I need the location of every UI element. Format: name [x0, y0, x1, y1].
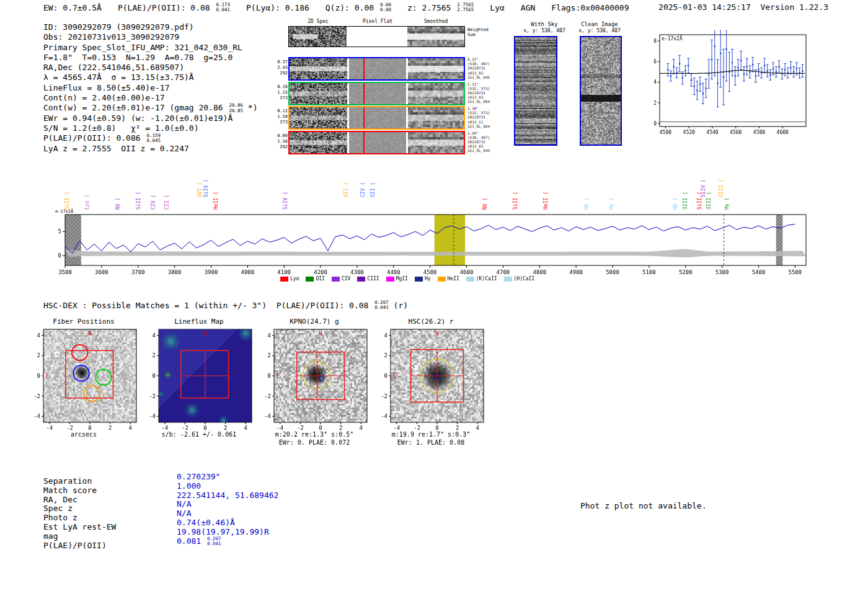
cutout-title-hsc_r: HSC(26.2) r — [372, 318, 490, 326]
spec2d-col-title: Smoothed — [407, 19, 464, 24]
cutout-caption2: EWr: 0. PLAE: 0.072 — [255, 439, 373, 446]
legend-item: OII — [306, 276, 324, 282]
match-label: Photo z — [43, 513, 177, 522]
match-row-0: Separation0.270239" — [43, 476, 278, 486]
spec2d-row-info: 1.39"(532, 573)20210731v013_11321_RL_064 — [467, 106, 490, 128]
spec2d-row-image — [288, 106, 465, 130]
match-row-7: P(LAE)/P(OII)0.081 0.2070.041 — [43, 541, 278, 550]
legend-item: CIII — [357, 276, 379, 282]
spec2d-weighted-image — [288, 26, 465, 47]
header-metric-0: EW: 0.7±0.5Å — [43, 2, 102, 13]
weighted-sum-label: Weighted Sum — [467, 27, 489, 37]
match-value: 0.270239" — [177, 472, 220, 481]
legend-swatch — [357, 277, 365, 282]
legend-item: CIV — [332, 276, 350, 282]
legend-item: (K)CaII — [466, 276, 497, 282]
legend-item: Lyα — [280, 276, 299, 282]
timestamp-version: 2025-01-03 14:25:17 Version 1.22.3 — [658, 2, 828, 13]
spec2d-row-info: 1.11"(532, 573)20210731v013_03321_RL_064 — [467, 82, 490, 104]
line-fit-plot — [642, 30, 811, 141]
cutout-caption1: arcsecs — [25, 431, 143, 438]
header-bar: EW: 0.7±0.5ÅP(LAE)/P(OII): 0.08 0.1730.0… — [43, 2, 828, 13]
summary-line-6: LineFlux = 8.50(±5.40)e-17 — [43, 83, 257, 93]
summary-line-3: F=1.8" T=0.153 N=1.29 A=0.78 g=25.0 — [43, 53, 257, 63]
spec2d-row-info: 1.59"(530, 407)20210731v013_03321_RL_045 — [467, 131, 490, 153]
header-metric-5: Lyα — [490, 2, 504, 13]
elixer-report-page: { "header": { "segments": [ {"pre":"EW: … — [0, 0, 868, 591]
hsc-match-line: HSC-DEX : Possible Matches = 1 (within +… — [43, 300, 408, 311]
legend-item: Hγ — [415, 276, 431, 282]
spectrum-legend: LyαOIICIVCIIIMgIIHγHeII(K)CaII(H)CaII — [280, 276, 534, 282]
match-label: RA, Dec — [43, 495, 177, 504]
legend-item: HeII — [438, 276, 459, 282]
spec2d-row-weights: 0.161.15273 — [275, 84, 288, 101]
with-sky-image — [514, 36, 557, 146]
legend-swatch — [438, 277, 446, 282]
hsc-match-band: (r) — [389, 301, 408, 310]
summary-line-1: Obs: 20210731v013_3090292079 — [43, 32, 257, 42]
cutout-caption1: s/b: -2.61 +/- 0.061 — [140, 431, 258, 438]
header-metric-3: Q(z): 0.00 0.000.00 — [326, 2, 391, 13]
hsc-match-text: HSC-DEX : Possible Matches = 1 (within +… — [43, 301, 373, 310]
summary-line-12: LyA z = 2.7555 OII z = 0.2247 — [43, 144, 257, 154]
legend-swatch — [415, 277, 423, 282]
match-value: 0.74(±0.46)Å — [177, 518, 235, 527]
cutout-title-kpno_g: KPNO(24.7) g — [255, 318, 373, 326]
summary-line-7: Cont(n) = 2.40(±0.00)e-17 — [43, 93, 257, 103]
spec2d-row-image — [288, 131, 465, 154]
photz-note: Phot z plot not available. — [580, 501, 707, 510]
match-value: N/A — [177, 509, 191, 518]
match-row-3: Spec zN/A — [43, 504, 278, 513]
legend-swatch — [306, 277, 314, 282]
plae-fraction: 0.2070.041 — [374, 300, 389, 311]
stacked-fraction: 20.8620.85 — [229, 103, 243, 113]
match-value: 0.081 0.2070.041 — [177, 536, 221, 547]
summary-line-11: P(LAE)/P(OII): 0.086 0.1590.045 — [43, 133, 257, 143]
cutout-caption1: m:19.9 re:1.7" s:0.3" — [372, 431, 490, 438]
match-value: 1.000 — [177, 481, 201, 491]
match-row-4: Photo zN/A — [43, 513, 278, 522]
legend-swatch — [332, 277, 340, 282]
spec2d-row-image — [288, 57, 465, 81]
header-metric-2: P(Lyα): 0.186 — [246, 2, 309, 13]
legend-swatch — [466, 277, 474, 282]
summary-line-0: ID: 3090292079 (3090292079.pdf) — [43, 22, 257, 32]
match-label: Est LyA rest-EW — [43, 522, 177, 531]
cutout-caption2: EWr: 1. PLAE: 0.08 — [372, 439, 490, 446]
match-value: 19.98(19.97,19.99)R — [177, 527, 269, 536]
cutout-kpno_g — [255, 327, 373, 432]
cutout-hsc_r — [372, 327, 490, 432]
summary-line-9: EWr = 0.94(±0.59) (w: -1.20(±0.01)e19)Å — [43, 113, 257, 123]
spec2d-row-weights: 0.091.58292 — [275, 133, 288, 150]
match-label: Match score — [43, 486, 177, 495]
legend-item: (H)CaII — [504, 276, 535, 282]
header-metric-4: z: 2.7565 2.75652.7565 — [407, 2, 474, 13]
summary-line-2: Primary Spec_Slot_IFU_AMP: 321_042_030_R… — [43, 43, 257, 53]
legend-swatch — [386, 277, 394, 282]
legend-swatch — [280, 277, 288, 282]
cutout-lineflux_map — [140, 327, 258, 432]
spec2d-panel: 2D Spec Pixel Flat Smoothed Weighted Sum… — [275, 17, 541, 158]
cutout-fiber_positions — [25, 327, 143, 432]
header-metric-7: Flags:0x00400009 — [551, 2, 629, 13]
summary-line-5: λ = 4565.47Å σ = 13.15(±3.75)Å — [43, 73, 257, 82]
cutout-title-fiber_positions: Fiber Positions — [25, 318, 143, 326]
match-label: Spec z — [43, 504, 177, 513]
summary-line-10: S/N = 1.2(±0.8) χ² = 1.0(±0.0) — [43, 123, 257, 133]
header-metrics: EW: 0.7±0.5ÅP(LAE)/P(OII): 0.08 0.1730.0… — [43, 2, 629, 13]
match-row-6: mag19.98(19.97,19.99)R — [43, 531, 278, 541]
spec2d-col-title: 2D Spec — [290, 19, 347, 24]
legend-item: MgII — [386, 276, 408, 282]
match-value: 222.541144, 51.689462 — [177, 491, 278, 500]
header-metric-1: P(LAE)/P(OII): 0.08 0.1730.041 — [118, 2, 230, 13]
cutout-title-lineflux_map: Lineflux Map — [140, 318, 258, 326]
full-spectrum-plot — [55, 165, 812, 278]
clean-image-title: Clean Image — [565, 21, 634, 27]
match-table: Separation0.270239"Match score1.000RA, D… — [43, 476, 278, 549]
cutout-caption1: m:20.2 re:1.3" s:0.5" — [255, 431, 373, 438]
stacked-fraction: 0.000.00 — [380, 2, 391, 13]
header-metric-6: AGN — [521, 2, 535, 13]
match-label: mag — [43, 531, 177, 541]
spec2d-col-title: Pixel Flat — [349, 19, 406, 24]
spec2d-row-weights: 0.372.43292 — [275, 60, 288, 76]
